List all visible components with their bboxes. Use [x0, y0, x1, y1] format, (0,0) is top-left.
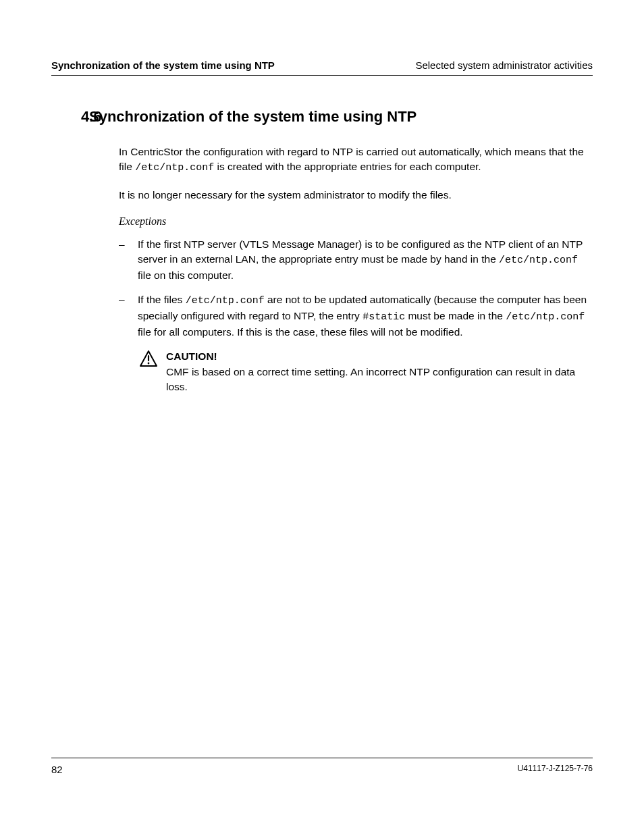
bullet2-a: If the files — [138, 294, 186, 305]
exceptions-label: Exceptions — [119, 215, 593, 228]
section-number: 4.6 — [51, 108, 89, 126]
paragraph-2: It is no longer necessary for the system… — [119, 188, 593, 203]
bullet1-text: If the first NTP server (VTLS Message Ma… — [138, 237, 593, 284]
content-body: In CentricStor the configuration with re… — [119, 145, 593, 395]
bullet2-code1: /etc/ntp.conf — [186, 295, 265, 307]
caution-body: CMF is based on a correct time setting. … — [166, 365, 593, 395]
caution-icon — [138, 349, 159, 394]
bullet1-code: /etc/ntp.conf — [499, 255, 578, 266]
list-item: – If the first NTP server (VTLS Message … — [119, 237, 593, 284]
para1-text-b: is created with the appropriate entries … — [214, 161, 481, 172]
warning-triangle-icon — [140, 350, 157, 367]
bullet2-text: If the files /etc/ntp.conf are not to be… — [138, 292, 593, 340]
bullet1-b: file on this computer. — [138, 269, 234, 281]
bullet2-c: must be made in the — [405, 310, 506, 321]
caution-block: CAUTION! CMF is based on a correct time … — [138, 349, 593, 394]
page-footer: 82 U41117-J-Z125-7-76 — [51, 758, 593, 775]
para1-code: /etc/ntp.conf — [135, 162, 214, 174]
header-right: Selected system administrator activities — [415, 59, 593, 71]
svg-point-1 — [148, 363, 150, 365]
list-item: – If the files /etc/ntp.conf are not to … — [119, 292, 593, 340]
page-number: 82 — [51, 764, 63, 775]
caution-text: CAUTION! CMF is based on a correct time … — [166, 349, 593, 394]
paragraph-1: In CentricStor the configuration with re… — [119, 145, 593, 176]
bullet2-code3: /etc/ntp.conf — [506, 311, 585, 323]
bullet-marker: – — [119, 292, 138, 340]
page-header: Synchronization of the system time using… — [51, 59, 593, 76]
section-heading: 4.6 Synchronization of the system time u… — [51, 108, 593, 126]
section-title: Synchronization of the system time using… — [89, 108, 417, 126]
bullet2-code2: #static — [363, 311, 405, 323]
bullet2-d: file for all computers. If this is the c… — [138, 326, 463, 338]
document-id: U41117-J-Z125-7-76 — [518, 764, 593, 775]
bullet-marker: – — [119, 237, 138, 284]
header-left: Synchronization of the system time using… — [51, 59, 275, 71]
caution-label: CAUTION! — [166, 349, 593, 364]
